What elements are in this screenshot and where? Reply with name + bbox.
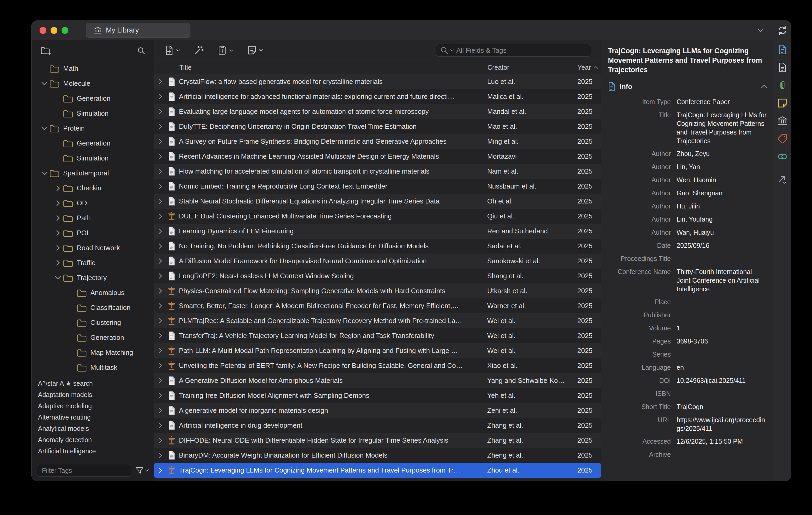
table-row[interactable]: DIFFODE: Neural ODE with Differentiable … xyxy=(154,433,601,448)
sidebar-item-clustering[interactable]: Clustering xyxy=(32,315,154,330)
tag-item[interactable]: Adaptive modeling xyxy=(32,400,154,412)
sidebar-item-generation[interactable]: Generation xyxy=(32,136,154,151)
sidebar-item-road-network[interactable]: Road Network xyxy=(32,240,154,255)
row-expand-chevron-icon[interactable] xyxy=(154,228,166,234)
chevron-down-icon[interactable] xyxy=(39,82,50,85)
row-expand-chevron-icon[interactable] xyxy=(154,303,166,309)
pane-locate-icon[interactable] xyxy=(777,173,788,184)
close-window-button[interactable] xyxy=(39,27,46,34)
row-expand-chevron-icon[interactable] xyxy=(154,213,166,219)
table-row[interactable]: Physics-Constrained Flow Matching: Sampl… xyxy=(154,283,601,298)
sidebar-item-trajectory[interactable]: Trajectory xyxy=(32,270,154,285)
table-row[interactable]: DutyTTE: Deciphering Uncertainty in Orig… xyxy=(154,119,601,134)
sidebar-item-path[interactable]: Path xyxy=(32,211,154,225)
field-value[interactable]: 12/6/2025, 1:15:50 PM xyxy=(676,437,767,446)
row-expand-chevron-icon[interactable] xyxy=(154,243,166,249)
column-header-year[interactable]: Year xyxy=(573,61,603,74)
sidebar-item-poi[interactable]: POI xyxy=(32,225,154,240)
tag-filter-options-button[interactable] xyxy=(136,467,149,475)
chevron-right-icon[interactable] xyxy=(53,185,63,191)
row-expand-chevron-icon[interactable] xyxy=(154,93,166,100)
table-row[interactable]: A generative model for inorganic materia… xyxy=(154,403,601,418)
table-row[interactable]: Nomic Embed: Training a Reproducible Lon… xyxy=(154,179,601,194)
row-expand-chevron-icon[interactable] xyxy=(154,407,166,413)
table-row[interactable]: A Survey on Future Frame Synthesis: Brid… xyxy=(154,134,601,149)
table-row[interactable]: TrajCogn: Leveraging LLMs for Cognizing … xyxy=(154,463,601,478)
collapse-section-chevron-up-icon[interactable] xyxy=(761,85,767,88)
chevron-right-icon[interactable] xyxy=(53,200,63,206)
table-row[interactable]: Learning Dynamics of LLM FinetuningRen a… xyxy=(154,224,601,239)
pane-related-icon[interactable] xyxy=(777,151,788,162)
field-value[interactable]: https://www.ijcai.org/proceedings/2025/4… xyxy=(676,416,767,433)
row-expand-chevron-icon[interactable] xyxy=(154,452,166,458)
sidebar-item-spatiotemporal[interactable]: Spatiotemporal xyxy=(32,166,154,181)
field-value[interactable]: 1 xyxy=(676,324,767,332)
row-expand-chevron-icon[interactable] xyxy=(154,168,166,174)
sidebar-item-checkin[interactable]: Checkin xyxy=(32,181,154,196)
field-value[interactable]: TrajCogn xyxy=(676,403,767,411)
pane-info-icon[interactable] xyxy=(777,44,788,55)
library-tab[interactable]: My Library xyxy=(86,23,191,38)
pane-attachments-icon[interactable] xyxy=(777,80,788,90)
row-expand-chevron-icon[interactable] xyxy=(154,138,166,144)
row-expand-chevron-icon[interactable] xyxy=(154,423,166,429)
new-collection-button[interactable] xyxy=(40,46,52,55)
table-row[interactable]: Artificial intelligence for advanced fun… xyxy=(154,89,601,104)
new-item-button[interactable] xyxy=(164,45,180,55)
table-row[interactable]: TransferTraj: A Vehicle Trajectory Learn… xyxy=(154,328,601,343)
sidebar-item-anomalous[interactable]: Anomalous xyxy=(32,285,154,300)
row-expand-chevron-icon[interactable] xyxy=(154,378,166,384)
row-expand-chevron-icon[interactable] xyxy=(154,273,166,279)
table-row[interactable]: Training-free Diffusion Model Alignment … xyxy=(154,388,601,403)
field-value[interactable]: 2025/09/16 xyxy=(676,241,767,250)
field-value[interactable]: 3698-3706 xyxy=(676,337,767,346)
field-value[interactable]: Lin, Youfang xyxy=(676,215,767,224)
row-expand-chevron-icon[interactable] xyxy=(154,79,166,85)
table-row[interactable]: A Diffusion Model Framework for Unsuperv… xyxy=(154,253,601,269)
row-expand-chevron-icon[interactable] xyxy=(154,318,166,324)
search-scope-chevron-icon[interactable] xyxy=(450,49,454,52)
table-row[interactable]: No Training, No Problem: Rethinking Clas… xyxy=(154,239,601,253)
pane-notes-icon[interactable] xyxy=(777,98,788,108)
collection-search-icon[interactable] xyxy=(137,47,145,55)
row-expand-chevron-icon[interactable] xyxy=(154,392,166,399)
field-value[interactable]: 10.24963/ijcai.2025/411 xyxy=(676,376,767,385)
table-row[interactable]: Smarter, Better, Faster, Longer: A Moder… xyxy=(154,298,601,313)
sidebar-item-generation[interactable]: Generation xyxy=(32,91,154,106)
tag-item[interactable]: A^\star A ★ search xyxy=(32,378,154,389)
field-value[interactable]: en xyxy=(676,363,767,372)
sync-button[interactable] xyxy=(774,21,791,40)
chevron-down-icon[interactable] xyxy=(39,127,50,130)
field-value[interactable]: Zhou, Zeyu xyxy=(676,150,767,158)
row-expand-chevron-icon[interactable] xyxy=(154,333,166,339)
search-box[interactable] xyxy=(436,44,591,57)
field-value[interactable]: Hu, Jilin xyxy=(676,202,767,211)
table-row[interactable]: Artificial intelligence in drug developm… xyxy=(154,418,601,433)
chevron-right-icon[interactable] xyxy=(53,260,63,266)
info-section-header[interactable]: Info xyxy=(608,82,767,91)
column-header-creator[interactable]: Creator xyxy=(483,61,573,74)
search-input[interactable] xyxy=(456,47,586,55)
new-note-button[interactable] xyxy=(247,45,263,55)
sidebar-item-simulation[interactable]: Simulation xyxy=(32,106,154,121)
tag-item[interactable]: Analytical models xyxy=(32,423,154,434)
row-expand-chevron-icon[interactable] xyxy=(154,198,166,204)
chevron-right-icon[interactable] xyxy=(53,230,63,236)
table-row[interactable]: Unveiling the Potential of BERT-family: … xyxy=(154,358,601,373)
table-row[interactable]: CrystalFlow: a flow-based generative mod… xyxy=(154,74,601,89)
table-row[interactable]: Recent Advances in Machine Learning-Assi… xyxy=(154,149,601,164)
pane-libraries-icon[interactable] xyxy=(777,116,788,126)
row-expand-chevron-icon[interactable] xyxy=(154,154,166,159)
filter-tags-input[interactable] xyxy=(37,464,131,477)
tag-item[interactable]: Alternative routing xyxy=(32,412,154,423)
row-expand-chevron-icon[interactable] xyxy=(154,467,166,473)
chevron-right-icon[interactable] xyxy=(53,245,63,251)
table-row[interactable]: Path-LLM: A Multi-Modal Path Representat… xyxy=(154,343,601,358)
table-row[interactable]: Stable Neural Stochastic Differential Eq… xyxy=(154,194,601,209)
table-row[interactable]: Evaluating large language model agents f… xyxy=(154,104,601,119)
zoom-window-button[interactable] xyxy=(62,27,68,34)
field-value[interactable]: Thirty-Fourth International Joint Confer… xyxy=(676,268,767,293)
row-expand-chevron-icon[interactable] xyxy=(154,348,166,354)
column-header-title[interactable]: Title xyxy=(177,61,483,74)
field-value[interactable]: Guo, Shengnan xyxy=(676,189,767,197)
